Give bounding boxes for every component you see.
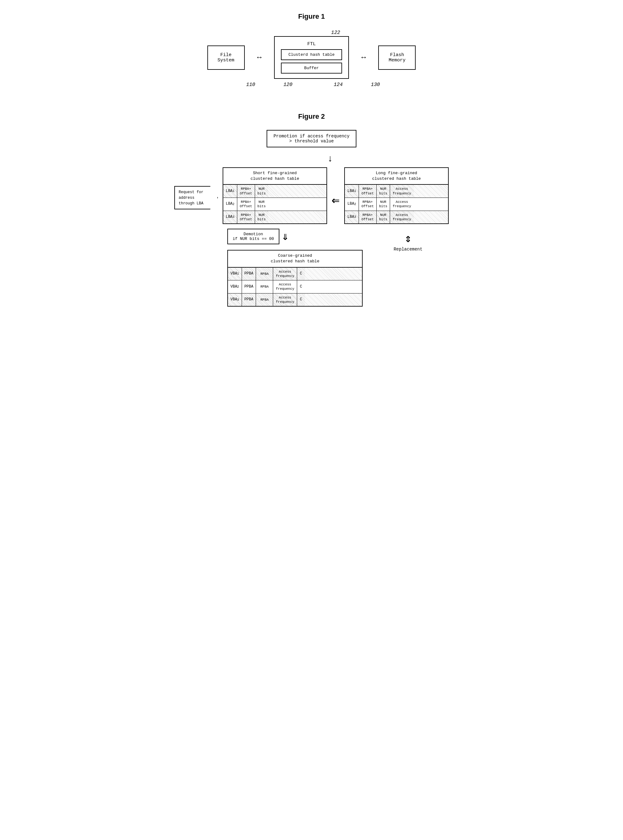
coarse-vba1: VBA1 <box>228 268 242 280</box>
short-lba1: LBA1 <box>223 185 237 197</box>
fig1-diagram: FileSystem ↔ FTL Clusterd hash table Buf… <box>174 36 449 79</box>
long-nur2: NURbits <box>377 198 390 211</box>
figure-2-section: Figure 2 Promotion if access frequency> … <box>174 112 449 307</box>
request-pentagon: Request foraddress through LBA <box>174 186 218 210</box>
coarse-vba2: VBA2 <box>228 280 242 293</box>
coarse-rpba2: RPBA <box>256 280 273 293</box>
coarse-ppba3: PPBA <box>242 294 256 306</box>
label-110: 110 <box>227 82 274 87</box>
coarse-row-2: VBA2 PPBA RPBA Accessfrequency C <box>228 280 362 294</box>
label-122: 122 <box>331 30 340 35</box>
long-rpba2: RPBA+Offset <box>359 198 377 211</box>
arrow-fs-ftl: ↔ <box>257 53 262 62</box>
label-120: 120 <box>284 82 324 87</box>
coarse-vba3: VBA3 <box>228 294 242 306</box>
short-table: Short fine-grainedclustered hash table L… <box>222 167 327 224</box>
big-left-arrow-icon: ⇐ <box>332 192 339 208</box>
coarse-table-title: Coarse-grainedclustered hash table <box>228 251 362 267</box>
short-nur2: NURbits <box>255 198 268 211</box>
short-lba3: LBA3 <box>223 211 237 224</box>
short-rpba3: RPBA+Offset <box>237 211 255 224</box>
flash-memory-label: FlashMemory <box>388 52 405 63</box>
coarse-rpba3: RPBA <box>256 294 273 306</box>
demotion-box: Demotionif NUR bits == 00 <box>227 229 279 244</box>
long-access2: Accessfrequency <box>390 198 413 211</box>
long-nur3: NURbits <box>377 211 390 224</box>
fig2-title: Figure 2 <box>174 112 449 121</box>
short-rpba2: RPBA+Offset <box>237 198 255 211</box>
arrow-ftl-flash: ↔ <box>361 53 366 62</box>
promotion-box: Promotion if access frequency> threshold… <box>267 130 356 147</box>
coarse-c1: C <box>297 268 305 280</box>
long-lba1: LBA1 <box>345 185 359 197</box>
buffer-box: Buffer <box>281 63 342 73</box>
demotion-area: Demotionif NUR bits == 00 ⇓ Coarse-grain… <box>174 229 449 307</box>
long-rpba1: RPBA+Offset <box>359 185 377 197</box>
long-row-1: LBA1 RPBA+Offset NURbits Accessfrequency <box>345 185 448 198</box>
coarse-row-1: VBA1 PPBA RPBA Accessfrequency C <box>228 268 362 281</box>
short-row-3: LBA3 RPBA+Offset NURbits <box>223 211 327 224</box>
promotion-area: Promotion if access frequency> threshold… <box>174 130 449 150</box>
coarse-ppba1: PPBA <box>242 268 256 280</box>
promotion-arrow: ↓ <box>212 154 449 164</box>
short-hash-table: Short fine-grainedclustered hash table L… <box>222 167 327 224</box>
short-lba2: LBA2 <box>223 198 237 211</box>
long-table-title: Long fine-grainedclustered hash table <box>345 168 448 185</box>
fig2-layout: Promotion if access frequency> threshold… <box>174 130 449 307</box>
file-system-label: FileSystem <box>218 52 235 63</box>
short-table-title: Short fine-grainedclustered hash table <box>223 168 327 185</box>
long-access1: Accessfrequency <box>390 185 413 197</box>
long-row-2: LBA2 RPBA+Offset NURbits Accessfrequency <box>345 198 448 211</box>
flash-memory-box: FlashMemory <box>378 46 416 70</box>
short-row-1: LBA1 RPBA+Offset NURbits <box>223 185 327 198</box>
long-row-3: LBA3 RPBA+Offset NURbits Accessfrequency <box>345 211 448 224</box>
replacement-area: ⇕ Replacement <box>367 229 449 252</box>
coarse-c3: C <box>297 294 305 306</box>
long-lba3: LBA3 <box>345 211 359 224</box>
short-nur1: NURbits <box>255 185 268 197</box>
request-block: Request foraddress through LBA <box>174 186 218 210</box>
coarse-table: Coarse-grainedclustered hash table VBA1 … <box>227 250 363 307</box>
coarse-rpba1: RPBA <box>256 268 273 280</box>
long-table: Long fine-grainedclustered hash table LB… <box>344 167 449 224</box>
figure-1-section: Figure 1 122 FileSystem ↔ FTL Clusterd h… <box>174 12 449 87</box>
middle-tables: Request foraddress through LBA Short fin… <box>174 167 449 224</box>
coarse-ppba2: PPBA <box>242 280 256 293</box>
long-nur1: NURbits <box>377 185 390 197</box>
file-system-box: FileSystem <box>207 46 245 70</box>
short-row-2: LBA2 RPBA+Offset NURbits <box>223 198 327 211</box>
coarse-access3: Accessfrequency <box>273 294 297 306</box>
down-bold-arrow-icon: ⇓ <box>282 230 289 243</box>
long-rpba3: RPBA+Offset <box>359 211 377 224</box>
ftl-label: FTL <box>281 41 342 47</box>
demotion-coarse: Demotionif NUR bits == 00 ⇓ Coarse-grain… <box>227 229 363 307</box>
replacement-label: Replacement <box>393 247 422 252</box>
fig1-title: Figure 1 <box>174 12 449 21</box>
short-rpba1: RPBA+Offset <box>237 185 255 197</box>
down-arrow-icon: ↓ <box>327 154 333 164</box>
long-hash-table: Long fine-grainedclustered hash table LB… <box>344 167 449 224</box>
coarse-row-3: VBA3 PPBA RPBA Accessfrequency C <box>228 294 362 306</box>
clustered-hash-table-box: Clusterd hash table <box>281 49 342 60</box>
arrow-long-to-short: ⇐ <box>332 192 339 208</box>
ftl-box: FTL Clusterd hash table Buffer <box>274 36 349 79</box>
label-124: 124 <box>324 82 343 87</box>
coarse-access2: Accessfrequency <box>273 280 297 293</box>
long-access3: Accessfrequency <box>390 211 413 224</box>
demotion-label-row: Demotionif NUR bits == 00 ⇓ <box>227 229 288 244</box>
label-130: 130 <box>355 82 396 87</box>
bidirectional-arrow-icon: ⇕ <box>405 232 411 246</box>
long-lba2: LBA2 <box>345 198 359 211</box>
coarse-access1: Accessfrequency <box>273 268 297 280</box>
short-nur3: NURbits <box>255 211 268 224</box>
coarse-c2: C <box>297 280 305 293</box>
